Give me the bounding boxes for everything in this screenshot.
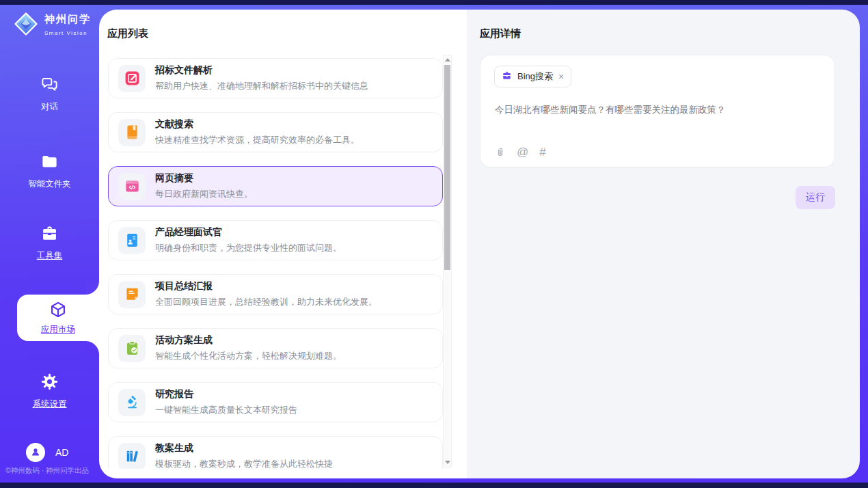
diamond-logo-icon xyxy=(12,10,40,40)
app-card-list: 招标文件解析 帮助用户快速、准确地理解和解析招标书中的关键信息 文献搜索 快速精… xyxy=(108,58,443,469)
avatar xyxy=(26,443,45,462)
app-description: 帮助用户快速、准确地理解和解析招标书中的关键信息 xyxy=(155,80,368,92)
app-name: 活动方案生成 xyxy=(155,334,342,347)
app-card[interactable]: 项目总结汇报 全面回顾项目进展，总结经验教训，助力未来优化发展。 xyxy=(108,274,443,314)
folder-icon xyxy=(40,161,59,173)
app-description: 智能生成个性化活动方案，轻松解决规划难题。 xyxy=(155,350,342,362)
bubble-curve-top xyxy=(85,281,99,295)
at-icon[interactable]: @ xyxy=(517,146,528,158)
app-description: 模板驱动，教案秒成，教学准备从此轻松快捷 xyxy=(155,458,333,469)
note-icon xyxy=(118,281,146,308)
app-card[interactable]: 招标文件解析 帮助用户快速、准确地理解和解析招标书中的关键信息 xyxy=(108,58,443,98)
user-account[interactable]: AD xyxy=(26,443,68,462)
sidebar-item-label: 智能文件夹 xyxy=(0,178,99,190)
sidebar-item-chat[interactable]: 对话 xyxy=(0,75,99,113)
toolbox-icon xyxy=(40,233,59,245)
app-description: 一键智能生成高质量长文本研究报告 xyxy=(155,404,297,416)
tool-tag-bing-search[interactable]: Bing搜索 × xyxy=(494,66,571,87)
sidebar-item-label: 对话 xyxy=(0,101,99,113)
sidebar-item-smart-folders[interactable]: 智能文件夹 xyxy=(0,152,99,190)
gear-icon xyxy=(40,381,59,393)
app-description: 明确身份和职责，为您提供专业性的面试问题。 xyxy=(155,242,342,254)
user-initials: AD xyxy=(55,447,68,458)
app-description: 快速精准查找学术资源，提高研究效率的必备工具。 xyxy=(155,134,360,146)
app-name: 网页摘要 xyxy=(155,172,253,185)
chat-icon xyxy=(40,84,59,96)
sidebar-item-app-market-selected[interactable]: 应用市场 xyxy=(17,295,99,341)
sidebar-item-label: 应用市场 xyxy=(41,324,75,336)
resume-icon xyxy=(118,227,146,254)
hash-icon[interactable]: # xyxy=(539,146,545,158)
attachment-toolbar: @ # xyxy=(495,146,546,158)
bubble-curve-bottom xyxy=(85,341,99,355)
app-card[interactable]: 教案生成 模板驱动，教案秒成，教学准备从此轻松快捷 xyxy=(108,436,443,469)
copyright-text: ©神州数码 · 神州问学出品 xyxy=(5,466,89,476)
app-card[interactable]: 网页摘要 每日政府新闻资讯快查。 xyxy=(108,166,443,206)
main-panel: 应用列表 招标文件解析 帮助用户快速、准确地理解和解析招标书中的关键信息 文献搜… xyxy=(99,10,860,478)
cube-icon xyxy=(49,301,67,321)
briefcase-icon xyxy=(502,70,512,83)
close-icon[interactable]: × xyxy=(558,72,564,81)
app-name: 产品经理面试官 xyxy=(155,226,342,239)
app-card[interactable]: 文献搜索 快速精准查找学术资源，提高研究效率的必备工具。 xyxy=(108,112,443,152)
scroll-up-icon[interactable] xyxy=(444,55,451,64)
run-button[interactable]: 运行 xyxy=(796,186,835,209)
scroll-down-icon[interactable] xyxy=(444,458,451,467)
scrollbar-thumb[interactable] xyxy=(444,65,450,270)
app-list-panel: 应用列表 招标文件解析 帮助用户快速、准确地理解和解析招标书中的关键信息 文献搜… xyxy=(99,10,467,478)
browser-code-icon xyxy=(118,173,146,200)
microscope-icon xyxy=(118,389,146,416)
book-icon xyxy=(118,119,146,146)
app-list-title: 应用列表 xyxy=(107,27,148,40)
app-card[interactable]: 研究报告 一键智能生成高质量长文本研究报告 xyxy=(108,382,443,422)
clipboard-check-icon xyxy=(118,335,146,362)
brand-name: 神州问学 xyxy=(44,13,91,25)
prompt-input[interactable]: 今日湖北有哪些新闻要点？有哪些需要关注的最新政策？ xyxy=(495,104,821,116)
user-icon xyxy=(29,446,42,460)
paperclip-icon[interactable] xyxy=(495,147,506,158)
app-name: 教案生成 xyxy=(155,442,333,455)
brand-logo: 神州问学 Smart Vision xyxy=(12,10,91,40)
sidebar-item-settings[interactable]: 系统设置 xyxy=(0,372,99,410)
brand-subtitle: Smart Vision xyxy=(44,30,87,36)
sidebar-item-label: 工具集 xyxy=(0,250,99,262)
app-name: 招标文件解析 xyxy=(155,64,368,77)
app-name: 项目总结汇报 xyxy=(155,280,377,293)
app-card[interactable]: 活动方案生成 智能生成个性化活动方案，轻松解决规划难题。 xyxy=(108,328,443,368)
app-name: 文献搜索 xyxy=(155,118,360,131)
sidebar-item-label: 系统设置 xyxy=(0,398,99,410)
app-card[interactable]: 产品经理面试官 明确身份和职责，为您提供专业性的面试问题。 xyxy=(108,220,443,260)
tool-tag-label: Bing搜索 xyxy=(517,70,553,83)
books-icon xyxy=(118,443,146,470)
app-description: 每日政府新闻资讯快查。 xyxy=(155,188,253,200)
edit-square-icon xyxy=(118,65,146,92)
prompt-card: Bing搜索 × 今日湖北有哪些新闻要点？有哪些需要关注的最新政策？ @ # xyxy=(480,55,835,167)
app-description: 全面回顾项目进展，总结经验教训，助力未来优化发展。 xyxy=(155,296,377,308)
app-detail-panel: 应用详情 Bing搜索 × 今日湖北有哪些新闻要点？有哪些需要关注的最新政策？ … xyxy=(467,10,860,478)
sidebar-item-toolset[interactable]: 工具集 xyxy=(0,224,99,262)
app-detail-title: 应用详情 xyxy=(480,27,521,40)
scrollbar[interactable] xyxy=(443,55,452,467)
app-name: 研究报告 xyxy=(155,388,297,401)
sidebar: 神州问学 Smart Vision 对话 智能文件夹 工具集 应用市场 系统设置… xyxy=(0,5,99,483)
